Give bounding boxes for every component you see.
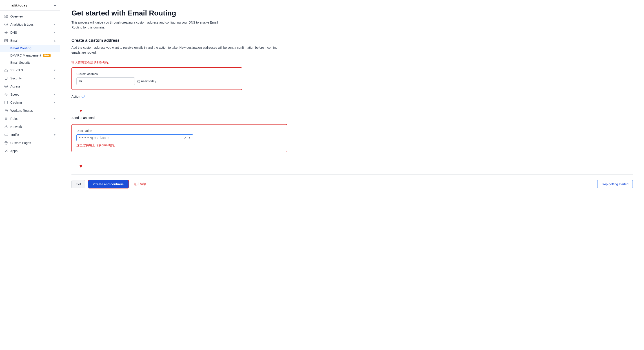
action-label: Action	[72, 95, 80, 98]
chevron-right-icon: ▶	[54, 3, 56, 7]
sidebar-item-overview[interactable]: Overview	[0, 12, 60, 20]
chevron-down-icon-security: ▼	[54, 77, 56, 80]
chevron-down-icon-ssl: ▼	[54, 69, 56, 72]
custom-address-label: Custom address	[76, 72, 237, 76]
svg-point-21	[6, 142, 6, 143]
sidebar-item-label-rules: Rules	[10, 117, 18, 121]
chart-icon	[4, 22, 8, 26]
sidebar-item-caching[interactable]: Caching ▼	[0, 99, 60, 107]
annotation-create-address: 输入你想要创建的邮件地址	[72, 61, 633, 65]
sidebar-item-label-overview: Overview	[10, 14, 23, 18]
divider	[72, 174, 633, 175]
chevron-down-icon-caching: ▼	[54, 101, 56, 104]
sidebar-item-label-access: Access	[10, 85, 20, 88]
sidebar-item-workers[interactable]: Workers Routes	[0, 107, 60, 115]
dns-icon	[4, 30, 8, 34]
sidebar-sub-label-email-security: Email Security	[10, 61, 30, 64]
domain-header[interactable]: ← nailit.today ▶	[0, 0, 60, 10]
access-icon	[4, 84, 8, 88]
domain-name: nailit.today	[10, 3, 27, 7]
apps-icon	[4, 149, 8, 153]
sidebar-item-label-speed: Speed	[10, 93, 19, 96]
sidebar-item-email-routing[interactable]: Email Routing	[0, 45, 60, 52]
sidebar-item-label-security: Security	[10, 76, 22, 80]
svg-marker-28	[80, 165, 82, 168]
destination-select-wrapper[interactable]: ••••••••gmail.com ✕ ▼	[76, 134, 193, 141]
skip-button[interactable]: Skip getting started	[597, 180, 633, 188]
chevron-up-icon-email: ▲	[54, 39, 56, 42]
create-button-wrapper: Create and continue	[88, 180, 129, 188]
chevron-down-icon-speed: ▼	[54, 93, 56, 96]
destination-clear-icon[interactable]: ✕	[183, 136, 188, 140]
svg-rect-2	[5, 17, 6, 18]
sidebar-item-dns[interactable]: DNS ▼	[0, 28, 60, 36]
caching-icon	[4, 101, 8, 105]
section-title: Create a custom address	[72, 38, 633, 43]
at-domain-label: @ nailit.today	[137, 79, 156, 83]
svg-rect-3	[6, 17, 8, 18]
sidebar-item-label-custompages: Custom Pages	[10, 141, 31, 145]
action-section: Action ⓘ Send to an email	[72, 94, 242, 120]
custompages-icon	[4, 141, 8, 145]
svg-line-19	[5, 126, 6, 128]
sidebar-item-label-workers: Workers Routes	[10, 109, 33, 112]
destination-label: Destination	[76, 129, 282, 133]
destination-box: Destination ••••••••gmail.com ✕ ▼ 这里需要填上…	[72, 124, 287, 152]
svg-point-24	[6, 151, 7, 152]
sidebar-item-ssl[interactable]: SSL/TLS ▼	[0, 66, 60, 74]
email-icon	[4, 39, 8, 43]
destination-chevron-icon[interactable]: ▼	[188, 136, 191, 139]
sidebar-item-traffic[interactable]: Traffic ▼	[0, 131, 60, 139]
sidebar-item-label-network: Network	[10, 125, 22, 129]
svg-marker-26	[80, 110, 82, 112]
sidebar-item-label-caching: Caching	[10, 101, 22, 104]
sidebar-item-custompages[interactable]: Custom Pages	[0, 139, 60, 147]
sidebar-item-rules[interactable]: Rules ▼	[0, 115, 60, 123]
sidebar-sub-label-email-routing: Email Routing	[10, 46, 32, 50]
workers-icon	[4, 109, 8, 113]
traffic-icon	[4, 133, 8, 137]
shield-icon	[4, 76, 8, 80]
speed-icon	[4, 92, 8, 96]
svg-point-17	[5, 127, 6, 128]
sidebar-item-security[interactable]: Security ▼	[0, 74, 60, 82]
sidebar-item-label-traffic: Traffic	[10, 133, 19, 137]
svg-rect-0	[5, 15, 6, 16]
sidebar-item-label-ssl: SSL/TLS	[10, 68, 23, 72]
sidebar-item-access[interactable]: Access	[0, 82, 60, 90]
annotation-destination: 这里需要填上你的gmail地址	[76, 143, 282, 147]
network-icon	[4, 125, 8, 129]
sidebar-item-dmarc[interactable]: DMARC Management Beta	[0, 52, 60, 59]
sidebar-sub-label-dmarc: DMARC Management	[10, 54, 41, 57]
sidebar-item-network[interactable]: Network	[0, 123, 60, 131]
sidebar-item-analytics[interactable]: Analytics & Logs ▼	[0, 20, 60, 28]
beta-badge: Beta	[43, 54, 50, 57]
svg-marker-10	[5, 93, 8, 96]
annotation-click: 点击继续	[134, 182, 146, 186]
svg-line-20	[6, 126, 7, 128]
sidebar-item-speed[interactable]: Speed ▼	[0, 90, 60, 99]
svg-point-12	[6, 110, 6, 111]
create-continue-button[interactable]: Create and continue	[88, 180, 128, 188]
sidebar-item-label-dns: DNS	[10, 31, 17, 34]
sidebar-item-apps[interactable]: Apps	[0, 147, 60, 155]
chevron-down-icon-rules: ▼	[54, 117, 56, 120]
action-value: Send to an email	[72, 116, 242, 120]
arrow-down-icon	[72, 100, 242, 113]
custom-address-input[interactable]	[76, 77, 135, 85]
sidebar-item-email-security[interactable]: Email Security	[0, 59, 60, 66]
sidebar-item-email[interactable]: Email ▲	[0, 36, 60, 45]
destination-input-value: ••••••••gmail.com	[79, 136, 183, 140]
sidebar-item-label-analytics: Analytics & Logs	[10, 23, 34, 26]
info-icon[interactable]: ⓘ	[82, 94, 85, 99]
lock-icon	[4, 68, 8, 72]
sidebar: ← nailit.today ▶ Overview Analytics & Lo…	[0, 0, 60, 350]
sidebar-item-label-email: Email	[10, 39, 18, 42]
svg-rect-1	[6, 15, 8, 16]
section-description: Add the custom address you want to recei…	[72, 45, 285, 55]
sidebar-item-label-apps: Apps	[10, 149, 18, 153]
exit-button[interactable]: Exit	[72, 180, 85, 188]
page-title: Get started with Email Routing	[72, 9, 633, 17]
svg-rect-8	[5, 70, 8, 72]
sidebar-nav: Overview Analytics & Logs ▼ DNS ▼	[0, 10, 60, 350]
